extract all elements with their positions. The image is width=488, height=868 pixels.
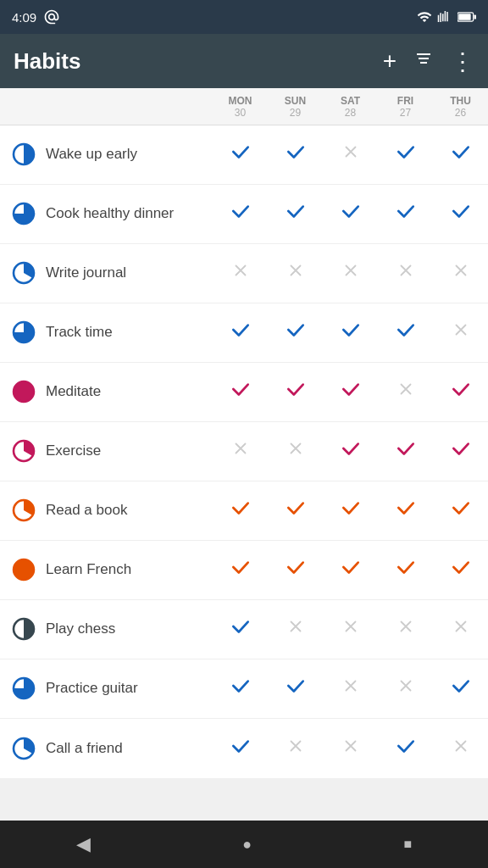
day-cross[interactable] [213,439,268,463]
at-icon [43,8,60,25]
wifi-icon [417,9,432,25]
habit-icon [10,378,37,405]
day-cross[interactable] [268,737,323,760]
habit-name: Track time [46,324,113,341]
day-check[interactable] [268,200,323,227]
habit-icon [10,615,37,643]
day-check[interactable] [433,378,488,405]
habit-name-cell: Track time [0,319,213,346]
day-check[interactable] [323,200,378,227]
day-cross[interactable] [433,737,488,760]
day-cross[interactable] [433,320,488,344]
habit-name: Cook healthy dinner [46,205,174,222]
battery-icon [458,11,476,23]
day-check[interactable] [213,735,268,762]
filter-button[interactable] [413,48,434,74]
day-check[interactable] [268,675,323,702]
day-check[interactable] [213,497,268,524]
habit-row[interactable]: Call a friend [0,719,488,778]
habit-name-cell: Wake up early [0,141,213,168]
day-check[interactable] [323,319,378,346]
day-check[interactable] [378,497,433,524]
day-check[interactable] [378,437,433,465]
habit-name: Read a book [46,502,127,519]
day-check[interactable] [323,378,378,405]
day-cross[interactable] [323,142,378,166]
day-cross[interactable] [433,261,488,285]
habit-row[interactable]: Play chess [0,600,488,659]
day-check[interactable] [268,141,323,168]
habit-name-cell: Call a friend [0,735,213,762]
day-cross[interactable] [378,676,433,700]
day-check[interactable] [268,497,323,524]
day-cross[interactable] [323,676,378,700]
habit-row[interactable]: Practice guitar [0,659,488,719]
habit-name: Practice guitar [46,680,138,697]
day-check[interactable] [323,497,378,524]
column-headers: MON 30 SUN 29 SAT 28 FRI 27 THU 26 [0,88,488,125]
svg-rect-1 [458,14,470,20]
recent-button[interactable]: ■ [404,837,413,852]
habit-icon [10,497,37,524]
habit-icon [10,556,37,583]
day-check[interactable] [378,141,433,168]
day-cross[interactable] [268,617,323,641]
day-check[interactable] [213,615,268,643]
day-check[interactable] [268,319,323,346]
day-header-sun: SUN 29 [268,95,323,120]
day-cross[interactable] [378,380,433,403]
day-check[interactable] [323,437,378,465]
home-button[interactable]: ● [242,836,252,854]
day-check[interactable] [433,141,488,168]
habit-row[interactable]: Write journal [0,244,488,303]
signal-icon [437,9,452,25]
day-check[interactable] [378,556,433,583]
day-cross[interactable] [268,261,323,285]
habit-name-cell: Play chess [0,615,213,643]
habit-row[interactable]: Learn French [0,541,488,600]
day-check[interactable] [213,141,268,168]
day-check[interactable] [323,556,378,583]
habit-row[interactable]: Exercise [0,422,488,481]
day-cross[interactable] [323,737,378,760]
day-check[interactable] [268,556,323,583]
habit-icon [10,319,37,346]
more-button[interactable]: ⋮ [451,47,474,75]
status-left: 4:09 [12,8,60,25]
day-check[interactable] [213,556,268,583]
day-check[interactable] [213,319,268,346]
day-check[interactable] [213,675,268,702]
day-check[interactable] [378,319,433,346]
day-cross[interactable] [323,261,378,285]
back-button[interactable]: ◀ [76,833,91,855]
day-cross[interactable] [378,617,433,641]
day-check[interactable] [378,200,433,227]
day-check[interactable] [433,497,488,524]
day-check[interactable] [433,200,488,227]
habit-icon [10,675,37,702]
habit-name-cell: Write journal [0,259,213,287]
day-check[interactable] [213,200,268,227]
add-button[interactable]: + [383,47,396,75]
habit-row[interactable]: Read a book [0,481,488,541]
day-check[interactable] [433,556,488,583]
habit-name: Write journal [46,264,126,281]
day-check[interactable] [213,378,268,405]
habit-row[interactable]: Wake up early [0,125,488,185]
day-cross[interactable] [213,261,268,285]
day-cross[interactable] [323,617,378,641]
day-header-sat: SAT 28 [323,95,378,120]
day-check[interactable] [433,675,488,702]
habit-name-cell: Read a book [0,497,213,524]
day-cross[interactable] [433,617,488,641]
svg-rect-2 [474,14,476,19]
day-cross[interactable] [268,439,323,463]
habit-row[interactable]: Meditate [0,363,488,422]
habit-row[interactable]: Cook healthy dinner [0,185,488,244]
day-cross[interactable] [378,261,433,285]
habit-name-cell: Meditate [0,378,213,405]
habit-row[interactable]: Track time [0,303,488,363]
day-check[interactable] [433,437,488,465]
day-check[interactable] [268,378,323,405]
day-check[interactable] [378,735,433,762]
